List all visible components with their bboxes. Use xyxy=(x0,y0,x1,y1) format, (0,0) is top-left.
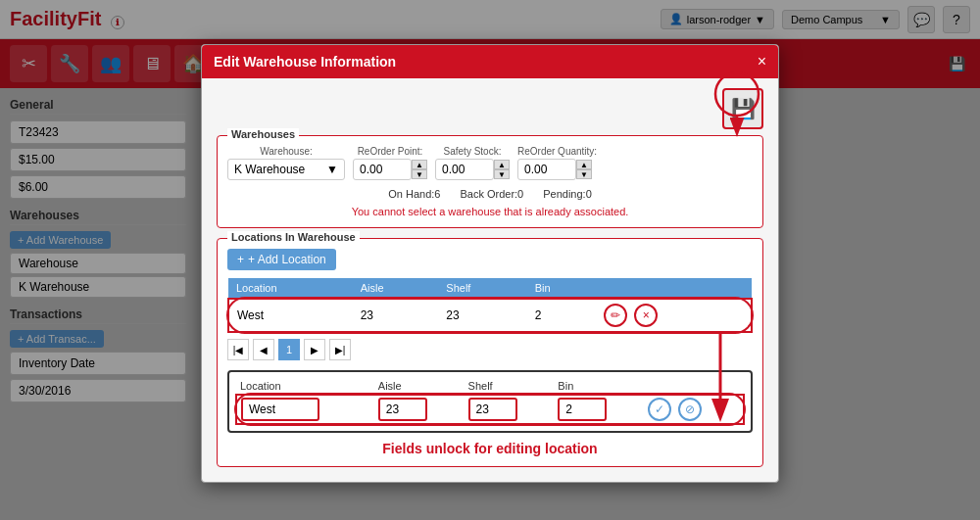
cancel-edit-button[interactable]: ⊘ xyxy=(678,398,702,421)
add-location-plus-icon: + xyxy=(237,253,244,266)
edit-bin-cell xyxy=(554,395,644,424)
locations-table: Location Aisle Shelf Bin West 23 xyxy=(227,278,753,333)
warehouse-warning: You cannot select a warehouse that is al… xyxy=(227,206,753,217)
edit-col-aisle: Aisle xyxy=(374,378,465,395)
edit-location-row: ✓ ⊘ xyxy=(236,395,744,424)
col-actions xyxy=(596,278,752,299)
page-prev-button[interactable]: ◀ xyxy=(253,339,274,360)
row1-bin: 2 xyxy=(527,299,596,332)
table-row: West 23 23 2 ✏ × xyxy=(228,299,752,332)
annotation-text: Fields unlock for editing location xyxy=(227,441,753,456)
row1-location: West xyxy=(228,299,353,332)
modal-body: 💾 Warehouses Warehouse: K Warehouse ▼ Re… xyxy=(202,78,778,482)
reorder-qty-input[interactable] xyxy=(517,159,576,180)
page-last-button[interactable]: ▶| xyxy=(329,339,351,360)
modal-header: Edit Warehouse Information × xyxy=(202,45,778,78)
back-order-label: Back Order:0 xyxy=(460,188,523,200)
edit-bin-input[interactable] xyxy=(558,398,607,421)
reorder-qty-label: ReOrder Quantity: xyxy=(517,146,597,157)
modal-save-button[interactable]: 💾 xyxy=(722,88,763,129)
safety-stock-spinner[interactable]: ▲ ▼ xyxy=(494,160,510,179)
reorder-qty-field-group: ReOrder Quantity: ▲ ▼ xyxy=(517,146,597,180)
locations-table-header: Location Aisle Shelf Bin xyxy=(228,278,752,299)
warehouse-field-group: Warehouse: K Warehouse ▼ xyxy=(227,146,345,180)
warehouse-select[interactable]: K Warehouse ▼ xyxy=(227,159,345,180)
reorder-qty-down[interactable]: ▼ xyxy=(576,169,592,179)
safety-stock-label: Safety Stock: xyxy=(435,146,510,157)
warehouse-select-arrow: ▼ xyxy=(326,163,338,176)
edit-shelf-cell xyxy=(465,395,555,424)
on-hand-label: On Hand:6 xyxy=(388,188,440,200)
row1-shelf: 23 xyxy=(438,299,526,332)
reorder-qty-spinner[interactable]: ▲ ▼ xyxy=(576,160,592,179)
page-first-button[interactable]: |◀ xyxy=(227,339,249,360)
edit-col-shelf: Shelf xyxy=(465,378,555,395)
edit-location-table: Location Aisle Shelf Bin xyxy=(235,378,745,425)
col-bin: Bin xyxy=(527,278,596,299)
edit-col-actions xyxy=(644,378,744,395)
pagination: |◀ ◀ 1 ▶ ▶| xyxy=(227,339,753,360)
reorder-qty-up[interactable]: ▲ xyxy=(576,160,592,169)
edit-action-cell: ✓ ⊘ xyxy=(644,395,744,424)
row1-actions: ✏ × xyxy=(596,299,752,332)
pending-label: Pending:0 xyxy=(543,188,592,200)
safety-stock-down[interactable]: ▼ xyxy=(494,169,510,179)
reorder-point-spinner[interactable]: ▲ ▼ xyxy=(412,160,427,179)
modal-title: Edit Warehouse Information xyxy=(214,54,396,70)
edit-location-section: Location Aisle Shelf Bin xyxy=(227,370,753,433)
col-aisle: Aisle xyxy=(353,278,439,299)
safety-stock-input[interactable] xyxy=(435,159,494,180)
edit-col-location: Location xyxy=(236,378,374,395)
warehouses-section: Warehouses Warehouse: K Warehouse ▼ ReOr… xyxy=(217,135,763,228)
warehouse-select-value: K Warehouse xyxy=(234,163,305,176)
locations-section-label: Locations In Warehouse xyxy=(227,231,360,243)
add-location-button[interactable]: + + Add Location xyxy=(227,249,336,270)
reorder-point-up[interactable]: ▲ xyxy=(412,160,427,169)
page-next-button[interactable]: ▶ xyxy=(304,339,325,360)
edit-col-bin: Bin xyxy=(554,378,644,395)
warehouses-section-label: Warehouses xyxy=(227,128,299,140)
page-number: 1 xyxy=(278,339,300,360)
confirm-edit-button[interactable]: ✓ xyxy=(648,398,671,421)
reorder-point-input[interactable] xyxy=(353,159,412,180)
modal-close-button[interactable]: × xyxy=(758,53,766,71)
locations-section: Locations In Warehouse + + Add Location … xyxy=(217,238,763,467)
reorder-point-down[interactable]: ▼ xyxy=(412,169,427,179)
reorder-point-field-group: ReOrder Point: ▲ ▼ xyxy=(353,146,427,180)
reorder-point-label: ReOrder Point: xyxy=(353,146,427,157)
warehouse-fields-row: Warehouse: K Warehouse ▼ ReOrder Point: … xyxy=(227,146,753,180)
warehouse-field-label: Warehouse: xyxy=(227,146,345,157)
edit-aisle-cell xyxy=(374,395,465,424)
warehouse-info-row: On Hand:6 Back Order:0 Pending:0 xyxy=(227,186,753,202)
edit-location-cell xyxy=(236,395,374,424)
row1-aisle: 23 xyxy=(353,299,439,332)
col-shelf: Shelf xyxy=(438,278,526,299)
safety-stock-up[interactable]: ▲ xyxy=(494,160,510,169)
delete-row-button[interactable]: × xyxy=(634,304,658,327)
edit-warehouse-modal: Edit Warehouse Information × 💾 Warehouse… xyxy=(201,44,779,483)
safety-stock-field-group: Safety Stock: ▲ ▼ xyxy=(435,146,510,180)
add-location-label: + Add Location xyxy=(248,253,326,266)
edit-aisle-input[interactable] xyxy=(378,398,427,421)
edit-row-button[interactable]: ✏ xyxy=(604,304,627,327)
col-location: Location xyxy=(228,278,353,299)
edit-shelf-input[interactable] xyxy=(468,398,517,421)
edit-location-input[interactable] xyxy=(241,398,319,421)
